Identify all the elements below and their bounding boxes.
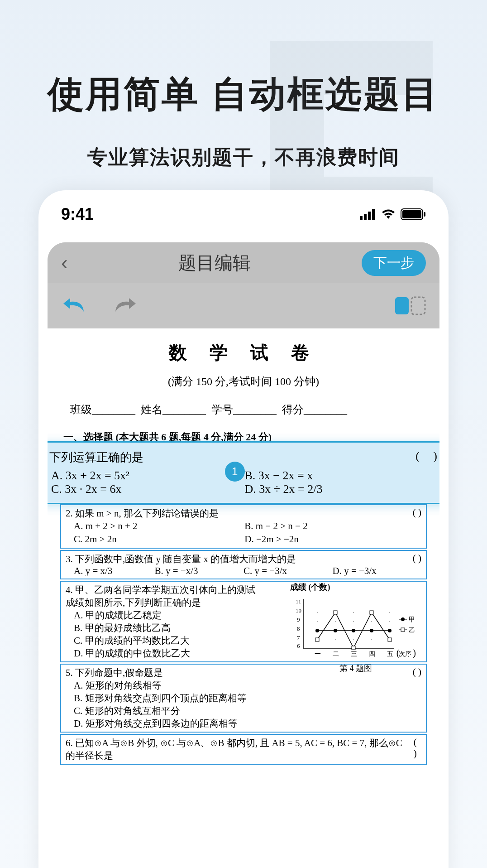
svg-text:9: 9 [297,616,300,623]
q2-opt-d: D. −2m > −2n [236,533,407,546]
svg-text:8: 8 [297,625,300,632]
app-header: ‹ 题目编辑 下一步 [48,242,439,283]
status-icons [360,208,426,220]
svg-rect-57 [401,628,405,632]
svg-point-23 [335,621,336,622]
question-4-box[interactable]: 4. 甲、乙两名同学本学期五次引体向上的测试成绩如图所示,下列判断正确的是 A.… [60,581,427,662]
next-step-button[interactable]: 下一步 [362,250,426,276]
svg-point-25 [371,621,372,622]
student-info-row: 班级________ 姓名________ 学号________ 得分_____… [57,402,430,417]
crop-split-icon[interactable] [394,294,426,317]
q5-opt-d: D. 矩形对角线交点到四条边的距离相等 [66,717,421,730]
q5-opt-b: B. 矩形对角线交点到四个顶点的距离相等 [66,692,421,704]
q1-opt-a: A. 3x + 2x = 5x² [48,469,231,482]
svg-point-37 [315,629,319,632]
battery-icon [401,208,426,220]
svg-point-33 [335,639,336,640]
redo-icon[interactable] [111,294,138,318]
q5-text: 5. 下列命题中,假命题是 [66,666,163,679]
svg-point-19 [353,612,354,613]
q4-chart: 成绩 (个数) 11109876 [290,582,421,674]
q4-chart-title: 成绩 (个数) [290,582,421,593]
question-1-selection[interactable]: 1. 下列运算正确的是( ) A. 3x + 2x = 5x² B. 3x − … [48,441,439,504]
status-bar: 9:41 [38,190,449,233]
svg-rect-45 [370,611,373,614]
svg-rect-44 [352,646,355,650]
question-6-box[interactable]: 6. 已知⊙A 与⊙B 外切, ⊙C 与⊙A、⊙B 都内切, 且 AB = 5,… [60,734,427,765]
svg-text:乙: 乙 [409,627,415,633]
q3-opt-a: A. y = x/3 [66,565,155,577]
app-screen: ‹ 题目编辑 下一步 数 学 试 卷 (满分 150 分,考试时间 100 分钟… [48,242,439,868]
phone-mockup-frame: 9:41 ‹ 题目编辑 下一步 数 学 试 卷 (满分 [38,190,449,868]
svg-text:10: 10 [296,607,301,614]
document-canvas[interactable]: 数 学 试 卷 (满分 150 分,考试时间 100 分钟) 班级_______… [48,328,439,868]
svg-text:五: 五 [387,651,393,657]
q6-paren: ( ) [414,737,421,762]
q2-opt-b: B. m − 2 > n − 2 [236,520,407,533]
svg-text:四: 四 [369,651,375,657]
svg-rect-1 [364,214,367,220]
q4-opt-c: C. 甲的成绩的平均数比乙大 [66,634,261,647]
svg-point-39 [352,629,355,632]
q4-paren: ( ) [396,647,421,659]
q2-text: 2. 如果 m > n, 那么下列结论错误的是 [66,507,219,520]
svg-rect-3 [372,209,375,220]
svg-point-24 [353,621,354,622]
svg-text:7: 7 [297,634,300,641]
svg-point-22 [317,621,318,622]
paper-subtitle: (满分 150 分,考试时间 100 分钟) [57,374,430,389]
q1-opt-c: C. 3x · 2x = 6x [48,482,231,496]
svg-text:一: 一 [315,651,321,657]
q5-opt-a: A. 矩形的对角线相等 [66,679,421,692]
wifi-icon [381,209,396,220]
svg-text:6: 6 [297,642,300,649]
q3-opt-d: D. y = −3/x [333,565,422,577]
svg-text:11: 11 [296,598,301,605]
q1-text: 下列运算正确的是 [49,451,143,464]
q3-text: 3. 下列函数中,函数值 y 随自变量 x 的值增大而增大的是 [66,553,296,565]
svg-point-26 [389,621,390,622]
status-time: 9:41 [61,205,94,224]
q4-opt-a: A. 甲的成绩比乙稳定 [66,609,261,622]
q1-paren: ( ) [415,449,439,463]
svg-text:甲: 甲 [409,616,415,623]
question-3-box[interactable]: 3. 下列函数中,函数值 y 随自变量 x 的值增大而增大的是( ) A. y … [60,550,427,579]
svg-point-34 [353,639,354,640]
q2-paren: ( ) [413,507,421,520]
svg-rect-46 [388,638,392,641]
svg-point-35 [371,639,372,640]
q4-text: 4. 甲、乙两名同学本学期五次引体向上的测试成绩如图所示,下列判断正确的是 [66,583,261,609]
q3-opt-c: C. y = −3/x [244,565,333,577]
q3-paren: ( ) [413,553,421,565]
svg-rect-2 [368,212,371,220]
svg-point-40 [370,629,373,632]
q2-opt-c: C. 2m > 2n [66,533,236,546]
screen-title: 题目编辑 [68,251,362,275]
q5-opt-c: C. 矩形的对角线互相平分 [66,704,421,717]
edit-toolbar [48,283,439,328]
svg-point-38 [334,629,337,632]
undo-icon[interactable] [61,294,88,318]
svg-text:三: 三 [351,651,357,657]
svg-rect-5 [402,210,421,218]
svg-text:二: 二 [333,651,339,657]
selection-badge: 1 [225,462,245,482]
q5-paren: ( ) [413,666,421,679]
question-2-box[interactable]: 2. 如果 m > n, 那么下列结论错误的是( ) A. m + 2 > n … [60,504,427,549]
back-icon[interactable]: ‹ [61,251,68,274]
q4-opt-d: D. 甲的成绩的中位数比乙大 [66,647,261,660]
q6-text: 6. 已知⊙A 与⊙B 外切, ⊙C 与⊙A、⊙B 都内切, 且 AB = 5,… [66,737,414,762]
q1-opt-b: B. 3x − 2x = x [231,469,425,482]
svg-point-54 [401,617,405,621]
question-5-box[interactable]: 5. 下列命题中,假命题是( ) A. 矩形的对角线相等 B. 矩形对角线交点到… [60,664,427,733]
svg-point-41 [388,629,392,632]
svg-rect-0 [360,216,363,220]
svg-rect-43 [334,611,337,614]
svg-point-21 [389,612,390,613]
q3-opt-b: B. y = −x/3 [155,565,244,577]
svg-point-17 [317,612,318,613]
q2-opt-a: A. m + 2 > n + 2 [66,520,236,533]
svg-rect-6 [424,212,425,217]
q1-opt-d: D. 3x ÷ 2x = 2/3 [231,482,425,496]
signal-icon [360,209,376,220]
